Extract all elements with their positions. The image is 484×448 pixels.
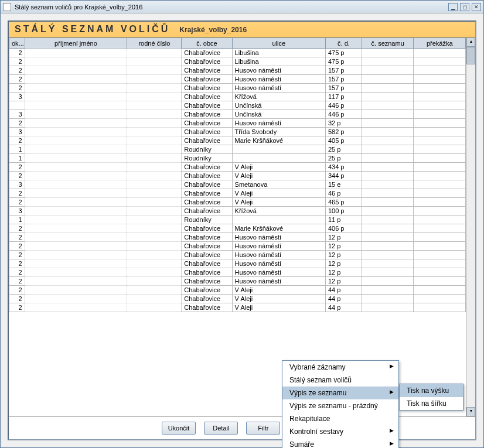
table-row[interactable]: 2████████ChabařoviceLibušina475 p [9,49,466,57]
cell-obec: Chabařovice [182,233,232,242]
cell-ulice: Třída Svobody [232,128,325,136]
cell-prek [414,251,466,259]
titlebar[interactable]: Stálý seznam voličů pro Krajské_volby_20… [1,1,483,13]
table-row[interactable]: 2████████ChabařoviceV Aleji44 p [9,303,466,312]
scroll-track[interactable] [466,47,475,407]
close-icon[interactable]: ✕ [472,3,481,11]
cell-csez [362,145,414,154]
vypis-submenu[interactable]: Tisk na výšku Tisk na šířku [399,384,463,411]
table-row[interactable]: 2████████ChabařoviceHusovo náměstí12 p [9,268,466,277]
cell-cd: 32 p [325,119,362,128]
cell-rc: ████ [127,259,182,268]
ukoncit-button[interactable]: Ukončit [162,422,196,435]
menu-vybrane[interactable]: Vybrané záznamy ▶ [282,361,398,374]
table-row[interactable]: 2████████ChabařoviceV Aleji44 p [9,295,466,303]
table-row[interactable]: 3████████ChabařoviceUnčínská446 p [9,110,466,119]
menu-sumare[interactable]: Sumáře ▶ [282,438,398,448]
table-row[interactable]: 2████████ChabařoviceV Aleji465 p [9,198,466,207]
cell-prek [414,242,466,251]
menu-staly[interactable]: Stálý seznam voličů [282,374,398,387]
col-ulice[interactable]: ulice [232,38,325,49]
table-row[interactable]: ████████ChabařoviceUnčínská446 p [9,101,466,110]
cell-ok: 2 [9,233,25,242]
table-row[interactable]: 2████████ChabařoviceHusovo náměstí12 p [9,259,466,268]
menu-vypis[interactable]: Výpis ze seznamu ▶ [282,387,398,399]
col-prek[interactable]: překážka [414,38,466,49]
cell-prek [414,286,466,295]
table-row[interactable]: 2████████ChabařoviceMarie Kršňákové405 p [9,136,466,145]
scroll-thumb[interactable] [466,47,475,64]
table-row[interactable]: 2████████ChabařoviceV Aleji344 p [9,172,466,180]
table-row[interactable]: 1████████Roudníky25 p [9,145,466,154]
cell-prek [414,303,466,312]
table-row[interactable]: 3████████ChabařoviceSmetanova15 e [9,180,466,189]
scroll-up-icon[interactable]: ▴ [466,37,475,47]
cell-ulice: Husovo náměstí [232,277,325,286]
tisk-menu[interactable]: Vybrané záznamy ▶ Stálý seznam voličů Vý… [282,360,399,448]
table-row[interactable]: 2████████ChabařoviceLibušina475 p [9,57,466,66]
cell-obec: Chabařovice [182,207,232,216]
table-row[interactable]: 1████████Roudníky11 p [9,216,466,224]
cell-cd: 475 p [325,57,362,66]
table-row[interactable]: 2████████ChabařoviceHusovo náměstí12 p [9,233,466,242]
table-row[interactable]: 2████████ChabařoviceHusovo náměstí32 p [9,119,466,128]
col-name[interactable]: příjmení jméno [25,38,127,49]
voter-table: ok... příjmení jméno rodné číslo č. obce… [9,37,466,312]
col-cd[interactable]: č. d. [325,38,362,49]
table-row[interactable]: 3████████ChabařoviceTřída Svobody582 p [9,128,466,136]
scroll-down-icon[interactable]: ▾ [466,407,475,416]
cell-ok: 2 [9,172,25,180]
cell-cd: 406 p [325,224,362,233]
filtr-button[interactable]: Filtr [246,422,280,435]
table-row[interactable]: 1████████Roudníky25 p [9,154,466,163]
cell-ulice: V Aleji [232,303,325,312]
menu-kontrolni[interactable]: Kontrolní sestavy ▶ [282,425,398,438]
cell-obec: Chabařovice [182,251,232,259]
cell-prek [414,189,466,198]
cell-ulice: Smetanova [232,180,325,189]
table-row[interactable]: 2████████ChabařoviceV Aleji44 p [9,286,466,295]
submenu-sirku[interactable]: Tisk na šířku [400,397,463,410]
cell-obec: Chabařovice [182,49,232,57]
col-rc[interactable]: rodné číslo [127,38,182,49]
col-csez[interactable]: č. seznamu [362,38,414,49]
table-row[interactable]: 2████████ChabařoviceMarie Kršňákové406 p [9,224,466,233]
table-row[interactable]: 2████████ChabařoviceHusovo náměstí12 p [9,277,466,286]
cell-obec: Chabařovice [182,66,232,75]
cell-obec: Chabařovice [182,295,232,303]
cell-ok: 2 [9,286,25,295]
table-row[interactable]: 2████████ChabařoviceHusovo náměstí12 p [9,242,466,251]
cell-csez [362,224,414,233]
table-row[interactable]: 2████████ChabařoviceHusovo náměstí12 p [9,251,466,259]
table-row[interactable]: 2████████ChabařoviceHusovo náměstí157 p [9,66,466,75]
cell-cd: 25 p [325,145,362,154]
col-obec[interactable]: č. obce [182,38,232,49]
cell-ulice: Husovo náměstí [232,84,325,93]
minimize-icon[interactable]: ▁ [448,3,458,11]
table-row[interactable]: 2████████ChabařoviceHusovo náměstí157 p [9,75,466,84]
cell-obec: Chabařovice [182,224,232,233]
maximize-icon[interactable]: ◻ [460,3,469,11]
cell-ok: 2 [9,57,25,66]
col-ok[interactable]: ok... [9,38,25,49]
detail-button[interactable]: Detail [204,422,238,435]
table-row[interactable]: 2████████ChabařoviceV Aleji434 p [9,163,466,172]
cell-obec: Chabařovice [182,163,232,172]
cell-ulice: Křížová [232,207,325,216]
menu-rekapitulace[interactable]: Rekapitulace [282,412,398,425]
table-row[interactable]: 3████████ChabařoviceKřížová100 p [9,207,466,216]
submenu-vysku[interactable]: Tisk na výšku [400,384,463,397]
table-row[interactable]: 3████████ChabařoviceKřížová117 p [9,93,466,101]
inner-panel: STÁLÝ SEZNAM VOLIČŮ Krajské_volby_2016 o… [8,20,476,440]
cell-name: ████ [25,145,127,154]
menu-vypis-prazdny[interactable]: Výpis ze seznamu - prázdný [282,399,398,412]
vertical-scrollbar[interactable]: ▴ ▾ [466,37,475,416]
cell-ulice: Husovo náměstí [232,259,325,268]
table-row[interactable]: 2████████ChabařoviceV Aleji46 p [9,189,466,198]
cell-cd: 100 p [325,207,362,216]
cell-csez [362,93,414,101]
cell-csez [362,268,414,277]
window-title: Stálý seznam voličů pro Krajské_volby_20… [15,4,448,11]
cell-rc: ████ [127,145,182,154]
table-row[interactable]: 2████████ChabařoviceHusovo náměstí157 p [9,84,466,93]
